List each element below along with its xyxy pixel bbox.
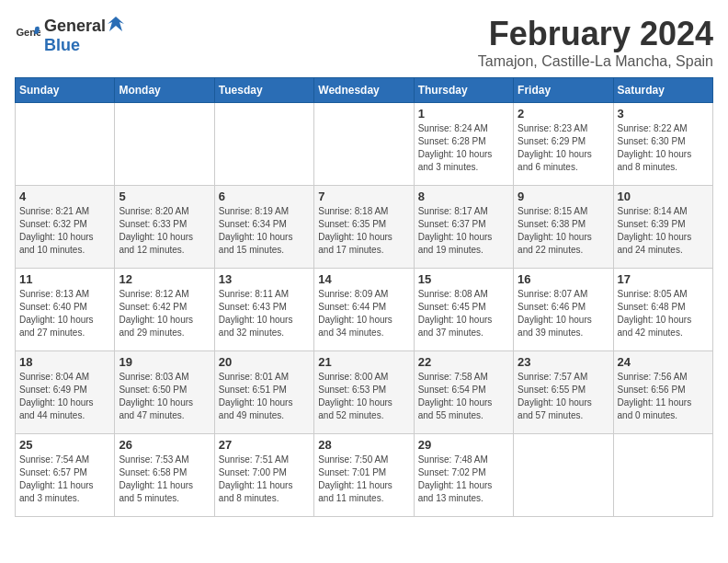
day-info: Sunrise: 8:15 AM Sunset: 6:38 PM Dayligh…	[518, 205, 609, 257]
day-info: Sunrise: 8:00 AM Sunset: 6:53 PM Dayligh…	[318, 371, 409, 422]
calendar-cell: 15Sunrise: 8:08 AM Sunset: 6:45 PM Dayli…	[414, 269, 513, 351]
calendar-cell: 16Sunrise: 8:07 AM Sunset: 6:46 PM Dayli…	[514, 269, 613, 351]
day-number: 5	[119, 190, 210, 203]
day-number: 25	[19, 438, 110, 452]
calendar-week-4: 18Sunrise: 8:04 AM Sunset: 6:49 PM Dayli…	[16, 351, 713, 434]
day-info: Sunrise: 8:12 AM Sunset: 6:42 PM Dayligh…	[119, 288, 210, 339]
day-info: Sunrise: 7:48 AM Sunset: 7:02 PM Dayligh…	[418, 454, 509, 505]
calendar-week-1: 1Sunrise: 8:24 AM Sunset: 6:28 PM Daylig…	[16, 103, 713, 186]
weekday-header-sunday: Sunday	[16, 78, 115, 103]
calendar-cell: 12Sunrise: 8:12 AM Sunset: 6:42 PM Dayli…	[115, 269, 214, 351]
weekday-header-saturday: Saturday	[613, 78, 712, 103]
calendar-cell: 26Sunrise: 7:53 AM Sunset: 6:58 PM Dayli…	[115, 434, 214, 517]
logo: General General Blue	[15, 15, 124, 55]
day-info: Sunrise: 8:23 AM Sunset: 6:29 PM Dayligh…	[518, 122, 609, 174]
day-number: 2	[518, 107, 609, 121]
day-number: 1	[418, 107, 509, 121]
day-info: Sunrise: 7:53 AM Sunset: 6:58 PM Dayligh…	[119, 454, 210, 505]
title-area: February 2024 Tamajon, Castille-La Manch…	[478, 15, 713, 70]
day-number: 29	[418, 438, 509, 452]
calendar-cell	[314, 103, 414, 186]
calendar-cell: 5Sunrise: 8:20 AM Sunset: 6:33 PM Daylig…	[115, 186, 214, 269]
weekday-header-tuesday: Tuesday	[214, 78, 313, 103]
calendar-week-2: 4Sunrise: 8:21 AM Sunset: 6:32 PM Daylig…	[16, 186, 713, 269]
day-info: Sunrise: 8:05 AM Sunset: 6:48 PM Dayligh…	[618, 288, 709, 339]
day-info: Sunrise: 8:08 AM Sunset: 6:45 PM Dayligh…	[418, 288, 509, 339]
day-info: Sunrise: 7:56 AM Sunset: 6:56 PM Dayligh…	[618, 371, 709, 422]
day-info: Sunrise: 7:50 AM Sunset: 7:01 PM Dayligh…	[318, 454, 409, 505]
calendar-cell: 8Sunrise: 8:17 AM Sunset: 6:37 PM Daylig…	[414, 186, 513, 269]
calendar-table: SundayMondayTuesdayWednesdayThursdayFrid…	[15, 77, 713, 517]
day-number: 14	[318, 272, 409, 286]
calendar-body: 1Sunrise: 8:24 AM Sunset: 6:28 PM Daylig…	[16, 103, 713, 517]
calendar-cell: 25Sunrise: 7:54 AM Sunset: 6:57 PM Dayli…	[16, 434, 115, 517]
logo-text-general: General	[44, 17, 106, 36]
day-number: 17	[618, 272, 709, 286]
day-info: Sunrise: 8:14 AM Sunset: 6:39 PM Dayligh…	[618, 205, 709, 257]
calendar-cell: 21Sunrise: 8:00 AM Sunset: 6:53 PM Dayli…	[314, 351, 414, 434]
day-number: 11	[19, 272, 110, 286]
day-info: Sunrise: 8:01 AM Sunset: 6:51 PM Dayligh…	[219, 371, 310, 422]
day-number: 19	[119, 355, 210, 369]
day-info: Sunrise: 8:24 AM Sunset: 6:28 PM Dayligh…	[418, 122, 509, 174]
day-number: 6	[219, 190, 310, 203]
day-number: 7	[318, 190, 409, 203]
day-number: 21	[318, 355, 409, 369]
month-title: February 2024	[478, 15, 713, 53]
day-number: 24	[618, 355, 709, 369]
day-info: Sunrise: 8:18 AM Sunset: 6:35 PM Dayligh…	[318, 205, 409, 257]
calendar-cell	[115, 103, 214, 186]
calendar-cell	[613, 434, 712, 517]
calendar-cell: 17Sunrise: 8:05 AM Sunset: 6:48 PM Dayli…	[613, 269, 712, 351]
logo-text-blue: Blue	[44, 36, 124, 55]
weekday-header-monday: Monday	[115, 78, 214, 103]
weekday-header-thursday: Thursday	[414, 78, 513, 103]
calendar-cell	[16, 103, 115, 186]
day-number: 15	[418, 272, 509, 286]
day-number: 13	[219, 272, 310, 286]
calendar-cell: 19Sunrise: 8:03 AM Sunset: 6:50 PM Dayli…	[115, 351, 214, 434]
logo-icon: General	[15, 22, 40, 48]
calendar-cell: 24Sunrise: 7:56 AM Sunset: 6:56 PM Dayli…	[613, 351, 712, 434]
day-info: Sunrise: 8:07 AM Sunset: 6:46 PM Dayligh…	[518, 288, 609, 339]
logo-bird-icon	[108, 15, 124, 31]
day-number: 9	[518, 190, 609, 203]
day-number: 16	[518, 272, 609, 286]
day-info: Sunrise: 8:22 AM Sunset: 6:30 PM Dayligh…	[618, 122, 709, 174]
day-info: Sunrise: 8:20 AM Sunset: 6:33 PM Dayligh…	[119, 205, 210, 257]
weekday-header-friday: Friday	[514, 78, 613, 103]
calendar-cell: 18Sunrise: 8:04 AM Sunset: 6:49 PM Dayli…	[16, 351, 115, 434]
day-info: Sunrise: 8:19 AM Sunset: 6:34 PM Dayligh…	[219, 205, 310, 257]
location-title: Tamajon, Castille-La Mancha, Spain	[478, 53, 713, 70]
day-number: 3	[618, 107, 709, 121]
calendar-cell: 7Sunrise: 8:18 AM Sunset: 6:35 PM Daylig…	[314, 186, 414, 269]
calendar-cell: 13Sunrise: 8:11 AM Sunset: 6:43 PM Dayli…	[214, 269, 313, 351]
day-number: 22	[418, 355, 509, 369]
calendar-cell: 2Sunrise: 8:23 AM Sunset: 6:29 PM Daylig…	[514, 103, 613, 186]
day-info: Sunrise: 7:57 AM Sunset: 6:55 PM Dayligh…	[518, 371, 609, 422]
calendar-cell: 14Sunrise: 8:09 AM Sunset: 6:44 PM Dayli…	[314, 269, 414, 351]
day-info: Sunrise: 8:04 AM Sunset: 6:49 PM Dayligh…	[19, 371, 110, 422]
calendar-week-3: 11Sunrise: 8:13 AM Sunset: 6:40 PM Dayli…	[16, 269, 713, 351]
calendar-cell: 29Sunrise: 7:48 AM Sunset: 7:02 PM Dayli…	[414, 434, 513, 517]
day-info: Sunrise: 8:13 AM Sunset: 6:40 PM Dayligh…	[19, 288, 110, 339]
calendar-cell: 3Sunrise: 8:22 AM Sunset: 6:30 PM Daylig…	[613, 103, 712, 186]
day-info: Sunrise: 8:09 AM Sunset: 6:44 PM Dayligh…	[318, 288, 409, 339]
calendar-cell: 27Sunrise: 7:51 AM Sunset: 7:00 PM Dayli…	[214, 434, 313, 517]
calendar-cell: 28Sunrise: 7:50 AM Sunset: 7:01 PM Dayli…	[314, 434, 414, 517]
weekday-header-wednesday: Wednesday	[314, 78, 414, 103]
svg-marker-1	[108, 17, 124, 31]
calendar-cell: 9Sunrise: 8:15 AM Sunset: 6:38 PM Daylig…	[514, 186, 613, 269]
day-info: Sunrise: 7:58 AM Sunset: 6:54 PM Dayligh…	[418, 371, 509, 422]
day-number: 12	[119, 272, 210, 286]
calendar-cell: 23Sunrise: 7:57 AM Sunset: 6:55 PM Dayli…	[514, 351, 613, 434]
day-number: 18	[19, 355, 110, 369]
day-info: Sunrise: 8:03 AM Sunset: 6:50 PM Dayligh…	[119, 371, 210, 422]
day-number: 8	[418, 190, 509, 203]
day-info: Sunrise: 8:21 AM Sunset: 6:32 PM Dayligh…	[19, 205, 110, 257]
day-info: Sunrise: 7:51 AM Sunset: 7:00 PM Dayligh…	[219, 454, 310, 505]
calendar-cell: 10Sunrise: 8:14 AM Sunset: 6:39 PM Dayli…	[613, 186, 712, 269]
calendar-cell	[514, 434, 613, 517]
day-number: 28	[318, 438, 409, 452]
day-number: 27	[219, 438, 310, 452]
